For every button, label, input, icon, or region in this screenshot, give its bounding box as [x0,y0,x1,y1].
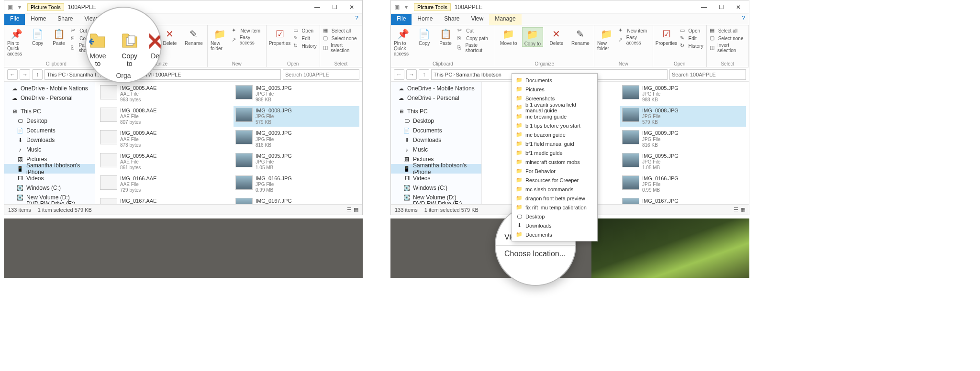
open-button[interactable]: ▭Open [680,27,703,34]
nav-item[interactable]: 📄Documents [391,126,481,135]
select-all-button[interactable]: ▦Select all [323,27,359,34]
help-button[interactable]: ? [738,14,749,25]
pin-quick-access-button[interactable]: 📌Pin to Quick access [7,27,25,56]
details-view-button[interactable]: ☰ [734,207,738,213]
copyto-menu-item[interactable]: 📁minecraft custom mobs [512,157,597,166]
tab-view[interactable]: View [465,14,489,25]
history-button[interactable]: ↻History [293,43,317,49]
nav-up-button[interactable]: ↑ [32,69,43,80]
nav-back-button[interactable]: ← [394,69,404,80]
file-item[interactable]: IMG_0167.AAE AAE File 925 bytes [98,196,224,204]
file-item[interactable]: IMG_0008.JPG JPG File 579 KB [234,106,359,127]
maximize-button[interactable]: ☐ [713,2,730,12]
nav-item[interactable]: ☁OneDrive - Personal [391,93,481,103]
copy-button[interactable]: 📄Copy [415,27,433,56]
nav-back-button[interactable]: ← [7,69,18,80]
file-item[interactable]: IMG_0095.AAE AAE File 861 bytes [98,152,224,172]
properties-button[interactable]: ☑Properties [269,27,290,49]
select-all-button[interactable]: ▦Select all [710,27,746,34]
edit-button[interactable]: ✎Edit [293,35,317,42]
paste-shortcut-button[interactable]: ⎘Paste shortcut [457,43,492,53]
nav-item[interactable]: ⬇Downloads [391,135,481,145]
close-button[interactable]: ✕ [343,2,360,12]
new-folder-button[interactable]: 📁New folder [211,27,229,51]
easy-access-button[interactable]: ↗Easy access [232,35,263,45]
nav-item[interactable]: ☁OneDrive - Personal [4,93,95,103]
nav-item[interactable]: 📱Samantha Ibbotson's iPhone [391,164,481,174]
copy-to-button-zoom[interactable]: Copy to [118,31,141,67]
copyto-menu-item[interactable]: 📁Documents [512,76,597,85]
qat-down-icon[interactable]: ▾ [402,3,410,11]
paste-button[interactable]: 📋Paste [50,27,68,56]
breadcrumb[interactable]: This PC› Samantha Ibbotson's iPhone› Int… [45,69,281,80]
search-input[interactable] [283,69,359,80]
move-to-button[interactable]: 📁Move to [498,27,519,47]
copy-button[interactable]: 📄Copy [28,27,46,56]
copyto-menu-item[interactable]: 📁Documents [512,230,597,239]
pin-quick-access-button[interactable]: 📌Pin to Quick access [394,27,412,56]
help-button[interactable]: ? [351,14,362,25]
details-view-button[interactable]: ☰ [347,207,352,213]
rename-button[interactable]: ✎Rename [183,27,204,46]
qat-down-icon[interactable]: ▾ [16,3,23,11]
copy-to-button[interactable]: 📁Copy to [522,27,543,47]
nav-item[interactable]: 🖵Desktop [4,116,95,126]
file-item[interactable]: IMG_0008.AAE AAE File 807 bytes [98,106,224,127]
copyto-menu-item[interactable]: 📁mc beacon guide [512,130,597,139]
copyto-menu-item[interactable]: 📁For Behavior [512,166,597,175]
new-item-button[interactable]: ✦New item [232,27,263,34]
new-item-button[interactable]: ✦New item [618,27,649,34]
copyto-menu-item[interactable]: 📁dragon front beta preview [512,194,597,203]
file-item[interactable]: IMG_0009.JPG JPG File 816 KB [234,129,359,149]
file-item[interactable]: IMG_0095.JPG JPG File 1.05 MB [620,152,746,172]
move-to-button-zoom[interactable]: Move to [86,31,110,67]
copyto-menu-item[interactable]: 📁mc brewing guide [512,112,597,121]
copyto-choose-location-zoom[interactable]: Choose location... [496,246,575,262]
file-item[interactable]: IMG_0008.JPG JPG File 579 KB [620,106,746,127]
invert-selection-button[interactable]: ◫Invert selection [710,43,746,53]
nav-item[interactable]: ♪Music [4,145,95,154]
paste-button[interactable]: 📋Paste [436,27,455,56]
copyto-menu-item[interactable]: 📁bf1 field manual guid [512,139,597,148]
nav-item[interactable]: ☁OneDrive - Mobile Nations [391,84,481,93]
file-item[interactable]: IMG_0005.JPG JPG File 988 KB [234,84,359,104]
invert-selection-button[interactable]: ◫Invert selection [323,43,359,53]
nav-item[interactable]: 📱Samantha Ibbotson's iPhone [4,164,95,174]
delete-button[interactable]: ✕Delete [159,27,180,46]
file-item[interactable]: IMG_0005.AAE AAE File 963 bytes [98,84,224,104]
copyto-menu-item[interactable]: 📁mc slash commands [512,185,597,194]
delete-button[interactable]: ✕Delete [546,27,567,47]
nav-forward-button[interactable]: → [20,69,30,80]
nav-item[interactable]: ☁OneDrive - Mobile Nations [4,84,95,93]
file-item[interactable]: IMG_0166.JPG JPG File 0.99 MB [234,174,359,195]
tab-home[interactable]: Home [412,14,438,25]
copy-path-button[interactable]: ⎘Copy path [457,35,492,42]
file-item[interactable]: IMG_0167.JPG JPG File 1.13 MB [234,196,359,204]
tiles-view-button[interactable]: ▦ [740,207,745,213]
minimize-button[interactable]: — [695,2,713,12]
copyto-menu-item[interactable]: 📁fix rift imu temp calibration [512,203,597,212]
new-folder-button[interactable]: 📁New folder [597,27,616,51]
tiles-view-button[interactable]: ▦ [354,207,358,213]
file-item[interactable]: IMG_0095.JPG JPG File 1.05 MB [234,152,359,172]
copyto-menu-item[interactable]: 📁Resources for Creeper [512,175,597,185]
open-button[interactable]: ▭Open [293,27,317,34]
tab-file[interactable]: File [391,14,412,25]
properties-button[interactable]: ☑Properties [656,27,677,49]
nav-item[interactable]: 🖥This PC [4,107,95,116]
maximize-button[interactable]: ☐ [326,2,343,12]
select-none-button[interactable]: ▢Select none [323,35,359,42]
file-item[interactable]: IMG_0009.AAE AAE File 873 bytes [98,129,224,149]
file-item[interactable]: IMG_0167.JPG JPG File 1.13 MB [620,196,746,204]
nav-up-button[interactable]: ↑ [419,69,429,80]
cut-button[interactable]: ✂Cut [457,27,492,34]
history-button[interactable]: ↻History [680,43,703,49]
minimize-button[interactable]: — [309,2,326,12]
copyto-menu-item[interactable]: 📁bf1 tips before you start [512,121,597,130]
copyto-menu-item[interactable]: ⬇Downloads [512,221,597,230]
copyto-menu-item[interactable]: 📁Pictures [512,85,597,94]
tab-share[interactable]: Share [52,14,78,25]
nav-item[interactable]: 📄Documents [4,126,95,135]
tab-file[interactable]: File [4,14,25,25]
select-none-button[interactable]: ▢Select none [710,35,746,42]
